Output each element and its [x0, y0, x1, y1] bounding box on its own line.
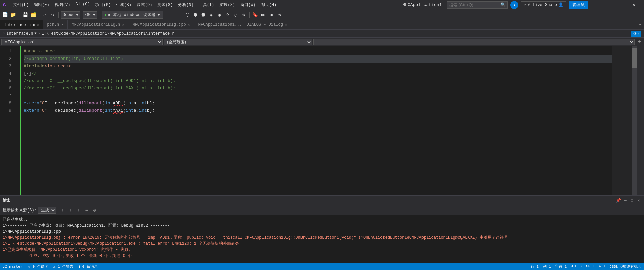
menu-item-d[interactable]: 调试(D) [135, 1, 154, 8]
code-line-8[interactable]: extern “C” __declspec(dllimport) int ADD… [24, 100, 612, 107]
tab-close-3[interactable]: ✕ [188, 23, 190, 27]
project-scope-dropdown[interactable]: MFCApplication1 [1, 39, 163, 45]
output-line-0: 已启动生成... [3, 217, 641, 223]
toolbar-btn-4[interactable]: ⬢ [192, 11, 199, 19]
status-warnings[interactable]: ⚠ 1 个警告 [53, 264, 73, 269]
user-avatar[interactable]: Y [510, 1, 518, 9]
menu-item-e[interactable]: 编辑(E) [32, 1, 51, 8]
tab-label-dialog: MFCApplication1...._DIALOG - Dialog [198, 22, 283, 27]
code-line-4[interactable]: [-]// [24, 70, 612, 77]
code-line-1[interactable]: #pragma once [24, 48, 612, 55]
output-scroll-up-btn[interactable]: ↑ [67, 207, 74, 214]
menu-item-v[interactable]: 视图(V) [53, 1, 72, 8]
rpanel-tab-classview[interactable]: 类视图 [638, 57, 643, 60]
rpanel-tab-resview[interactable]: 资源视图 [638, 61, 643, 63]
bookmark-btn[interactable]: 🔖 [252, 11, 259, 19]
toolbar-btn-2[interactable]: ⊡ [175, 11, 183, 19]
platform-dropdown[interactable]: x86 ▼ [83, 11, 97, 19]
toolbar-btn-6[interactable]: ◈ [208, 11, 215, 19]
bookmark-prev-btn[interactable]: ⏮ [268, 11, 275, 19]
output-source-dropdown[interactable]: 生成 [38, 207, 56, 214]
undo-btn[interactable]: ↩ [41, 11, 48, 19]
admin-button[interactable]: 管理员 [569, 1, 588, 9]
global-scope-dropdown[interactable]: (全局范围) [164, 39, 312, 45]
status-errors[interactable]: ⊗ 0 个错误 [28, 264, 48, 269]
menu-item-b[interactable]: 生成(B) [114, 1, 133, 8]
menu-item-s[interactable]: 测试(S) [155, 1, 175, 8]
code-line-5[interactable]: //extern “C” __declspec(dllexport) int A… [24, 77, 612, 85]
toolbar-btn-9[interactable]: ◌ [232, 11, 239, 19]
menu-item-p[interactable]: 项目(P) [93, 1, 113, 8]
close-btn[interactable]: ✕ [626, 0, 641, 10]
menu-item-gitg[interactable]: Git(G) [73, 1, 92, 8]
menu-item-n[interactable]: 分析(N) [176, 1, 196, 8]
run-btn[interactable]: ▶ ▶ 本地 Windows 调试器 ▼ [102, 11, 163, 19]
new-file-btn[interactable]: 📄 [1, 11, 9, 19]
tab-overflow-btn[interactable]: ▾ [636, 20, 644, 29]
output-close-btn[interactable]: ✕ [636, 198, 641, 203]
restore-btn[interactable]: □ [608, 0, 623, 10]
toolbar-btn-5[interactable]: ⬣ [200, 11, 207, 19]
tab-close-2[interactable]: ✕ [122, 23, 124, 27]
status-encoding[interactable]: UTF-8 [571, 264, 582, 269]
rpanel-tab-solution[interactable]: 解决方案资源管理器 [638, 47, 643, 50]
toolbar-btn-10[interactable]: ⊕ [240, 11, 247, 19]
output-clear-btn[interactable]: ↑ [59, 207, 66, 214]
save-all-btn[interactable]: 🗂️ [29, 11, 37, 19]
output-wrap-btn[interactable]: ≡ [83, 207, 90, 214]
redo-btn[interactable]: ↪ [49, 11, 56, 19]
tab-pch-h[interactable]: pch.h ✕ [43, 20, 68, 29]
code-line-7[interactable] [24, 92, 612, 100]
code-line-6[interactable]: //extern “C” __declspec(dllexport) int M… [24, 85, 612, 92]
bookmark-clear-btn[interactable]: ⊗ [276, 11, 283, 19]
scope-plus-btn[interactable]: + [636, 39, 643, 45]
output-minimize-btn[interactable]: ─ [622, 198, 628, 203]
config-dropdown[interactable]: Debug ▼ [61, 11, 80, 19]
search-input[interactable] [447, 1, 508, 9]
menu-item-x[interactable]: 扩展(X) [217, 1, 237, 8]
tab-interface-h[interactable]: Interface.h ✕ [0, 20, 43, 29]
filepath-segment1[interactable]: Interface.h [6, 31, 33, 36]
tab-mfcapp1dlg-h[interactable]: MFCApplication1Dlg.h ✕ [68, 20, 128, 29]
rpanel-tab-properties[interactable]: 属性 [638, 54, 643, 56]
live-share-btn[interactable]: ⚡ ⚡ Live Share 👤 [521, 1, 566, 8]
code-line-2[interactable]: //#pragma comment(lib,“CreateDll.lib”) [24, 55, 612, 63]
code-line-9[interactable]: extern “C” __declspec(dllimport) int MAX… [24, 107, 612, 114]
rpanel-tab-toolbox[interactable]: 工具箱 [638, 50, 643, 53]
output-settings-btn[interactable]: ⚙ [91, 207, 98, 214]
status-git[interactable]: ⎇ master [3, 264, 23, 269]
status-eol[interactable]: CRLF [586, 264, 595, 269]
output-scroll-down-btn[interactable]: ↓ [75, 207, 82, 214]
member-scope-dropdown[interactable] [313, 39, 635, 45]
bookmark-next-btn[interactable]: ⏭ [260, 11, 267, 19]
toolbar-btn-3[interactable]: ⬡ [184, 11, 191, 19]
platform-value: x86 [84, 13, 92, 17]
menu-item-t[interactable]: 工具(T) [197, 1, 216, 8]
code-line-3[interactable]: #include <iostream> [24, 63, 612, 70]
output-pin-btn[interactable]: 📌 [616, 198, 621, 203]
menu-item-w[interactable]: 窗口(W) [238, 1, 258, 8]
toolbar-btn-1[interactable]: ⊞ [167, 11, 175, 19]
editor-scrollbar[interactable] [632, 46, 637, 195]
scrollbar-thumb[interactable] [632, 48, 637, 68]
toolbar-btn-7[interactable]: ◉ [216, 11, 223, 19]
menu-item-f[interactable]: 文件(F) [11, 1, 31, 8]
status-lang[interactable]: C++ [599, 264, 606, 269]
minimize-btn[interactable]: ─ [591, 0, 606, 10]
tab-close-1[interactable]: ✕ [61, 23, 63, 27]
output-line-6: ========== 生成: 成功 0 个，失败 1 个，最新 0 个，跳过 0… [3, 253, 641, 259]
tab-mfcapp1dlg-cpp[interactable]: MFCApplication1Dlg.cpp ✕ [128, 20, 194, 29]
menu-item-h[interactable]: 帮助(H) [259, 1, 279, 8]
status-messages[interactable]: ℹ 0 条消息 [79, 264, 98, 269]
tab-close-4[interactable]: ✕ [285, 23, 287, 27]
tab-close-0[interactable]: ✕ [37, 23, 39, 27]
save-btn[interactable]: 💾 [21, 11, 29, 19]
open-file-btn[interactable]: 📁 [9, 11, 17, 19]
output-maximize-btn[interactable]: □ [629, 198, 635, 203]
code-lines[interactable]: #pragma once//#pragma comment(lib,“Creat… [21, 46, 612, 195]
tab-dialog[interactable]: MFCApplication1...._DIALOG - Dialog ✕ [194, 20, 291, 29]
filepath-dropdown-btn[interactable]: ▼ [34, 32, 36, 35]
go-btn[interactable]: Go [631, 31, 641, 37]
toolbar-btn-8[interactable]: ◊ [224, 11, 231, 19]
rpanel-tab-server[interactable]: 服务器资源管理器 [638, 64, 643, 67]
